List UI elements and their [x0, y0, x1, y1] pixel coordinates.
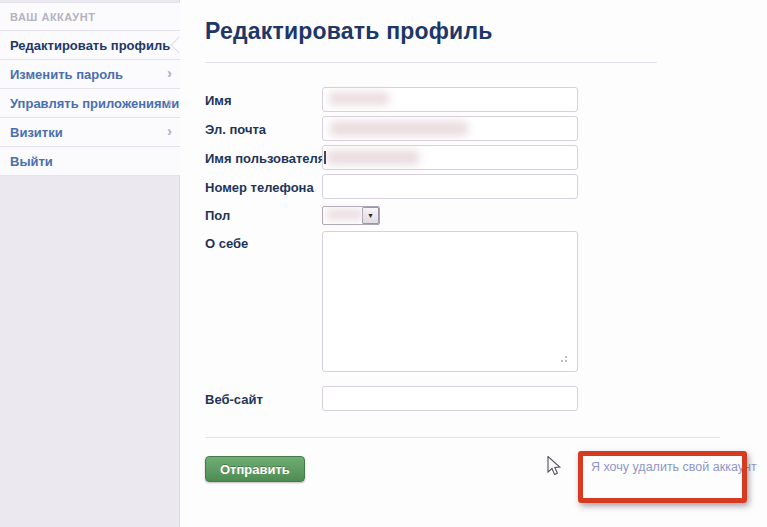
- resize-handle-icon[interactable]: [565, 360, 567, 362]
- sidebar-item-edit-profile[interactable]: Редактировать профиль: [0, 31, 180, 60]
- redacted-name-value: [329, 92, 389, 105]
- annotation-highlight-box: [578, 451, 747, 503]
- gender-label: Пол: [205, 208, 230, 223]
- submit-button[interactable]: Отправить: [205, 456, 305, 482]
- name-label: Имя: [205, 93, 232, 108]
- sidebar-item-label: Выйти: [10, 154, 53, 169]
- sidebar-item-label: Редактировать профиль: [10, 38, 170, 53]
- delete-account-link[interactable]: Я хочу удалить свой аккаунт: [591, 460, 757, 474]
- sidebar-item-cards[interactable]: Визитки ›: [0, 118, 180, 147]
- username-first-char: [324, 151, 326, 164]
- phone-label: Номер телефона: [205, 180, 314, 195]
- redacted-gender-value: [326, 209, 364, 220]
- mouse-cursor-icon: [547, 456, 562, 481]
- phone-input[interactable]: [322, 174, 578, 199]
- chevron-right-icon: ›: [167, 64, 172, 81]
- about-label: О себе: [205, 236, 248, 251]
- sidebar-item-label: Визитки: [10, 125, 63, 140]
- website-input[interactable]: [322, 386, 578, 411]
- chevron-right-icon: ›: [167, 122, 172, 139]
- website-label: Веб-сайт: [205, 392, 263, 407]
- username-label: Имя пользователя: [205, 151, 325, 166]
- sidebar-header: ВАШ АККАУНТ: [0, 2, 180, 31]
- redacted-username-value: [327, 150, 419, 165]
- about-textarea[interactable]: [322, 231, 578, 372]
- footer-divider: [205, 437, 720, 438]
- sidebar-item-change-password[interactable]: Изменить пароль ›: [0, 60, 180, 89]
- account-sidebar: ВАШ АККАУНТ Редактировать профиль Измени…: [0, 0, 180, 527]
- sidebar-item-label: Изменить пароль: [10, 67, 123, 82]
- edit-profile-page: ВАШ АККАУНТ Редактировать профиль Измени…: [0, 0, 767, 527]
- sidebar-item-label: Управлять приложениями: [10, 96, 179, 111]
- select-arrow-icon[interactable]: ▼: [362, 207, 379, 224]
- chevron-right-icon: ›: [167, 93, 172, 110]
- sidebar-item-logout[interactable]: Выйти: [0, 147, 180, 176]
- sidebar-item-manage-apps[interactable]: Управлять приложениями ›: [0, 89, 180, 118]
- redacted-email-value: [330, 121, 468, 136]
- main-content: Редактировать профиль Имя Эл. почта Имя …: [181, 0, 767, 527]
- title-divider: [205, 62, 657, 63]
- email-label: Эл. почта: [205, 122, 266, 137]
- page-title: Редактировать профиль: [205, 18, 493, 45]
